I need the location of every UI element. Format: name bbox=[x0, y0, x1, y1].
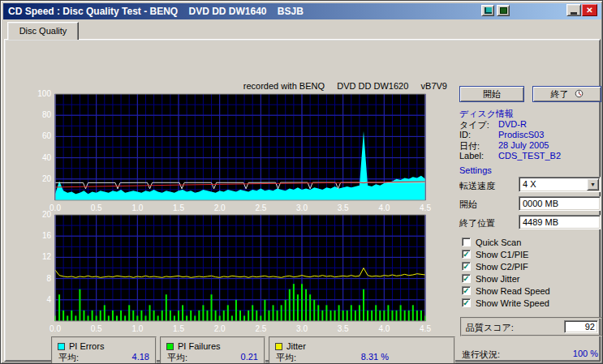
exit-button[interactable]: 終了 bbox=[532, 86, 601, 102]
pi-failures-stats-box: PI Failures 平均:0.21 最大:14 合計:2633 bbox=[160, 336, 265, 364]
close-icon: ✕ bbox=[586, 6, 592, 15]
pi-errors-color-swatch bbox=[58, 343, 65, 350]
svg-text:8: 8 bbox=[46, 274, 51, 283]
disc-type-value: DVD-R bbox=[498, 119, 527, 129]
svg-text:3.0: 3.0 bbox=[296, 203, 308, 212]
tab-label: Disc Quality bbox=[19, 26, 67, 36]
jitter-title: Jitter bbox=[286, 341, 306, 351]
end-position-label: 終了位置 bbox=[459, 217, 495, 229]
checkbox-show-write-speed[interactable]: ✓Show Write Speed bbox=[462, 298, 549, 308]
start-position-field[interactable]: 0000 MB bbox=[519, 196, 601, 211]
quality-score-box: 品質スコア: 92 bbox=[460, 317, 603, 336]
svg-text:0.5: 0.5 bbox=[91, 203, 102, 212]
titlebar[interactable]: CD Speed : Disc Quality Test - BENQ DVD … bbox=[3, 3, 601, 19]
transfer-rate-select[interactable]: 4 X ▼ bbox=[519, 177, 601, 192]
start-position-label: 開始 bbox=[459, 199, 477, 211]
svg-text:80: 80 bbox=[42, 110, 52, 119]
stat-row: 平均:4.18 bbox=[53, 351, 155, 364]
start-button-label: 開始 bbox=[483, 89, 501, 99]
window-title: CD Speed : Disc Quality Test - BENQ DVD … bbox=[3, 6, 304, 17]
progress-row: 進行状況: 100 % bbox=[462, 349, 601, 360]
stat-value: 4.18 bbox=[132, 352, 149, 362]
titlebar-disc-tool-button[interactable] bbox=[497, 5, 510, 16]
svg-text:4.0: 4.0 bbox=[378, 203, 390, 212]
svg-text:12: 12 bbox=[42, 252, 52, 261]
svg-text:1.5: 1.5 bbox=[173, 324, 184, 333]
disc-id-label: ID: bbox=[459, 130, 471, 139]
svg-text:4.5: 4.5 bbox=[420, 324, 431, 333]
checkbox-show-c2-pif[interactable]: ✓Show C2/PIF bbox=[462, 261, 528, 272]
pi-failures-header: PI Failures bbox=[162, 338, 264, 351]
disc-label-label: Label: bbox=[459, 151, 484, 161]
jitter-header: Jitter bbox=[270, 338, 454, 351]
svg-text:2.5: 2.5 bbox=[255, 324, 266, 333]
stat-label: 平均: bbox=[58, 353, 79, 362]
pi-failures-color-swatch bbox=[166, 343, 174, 350]
end-position-field[interactable]: 4489 MB bbox=[519, 215, 601, 229]
transfer-rate-label: 転送速度 bbox=[459, 180, 495, 192]
minimize-button[interactable] bbox=[566, 4, 581, 16]
svg-text:2.0: 2.0 bbox=[214, 324, 226, 333]
disc-date-value: 28 July 2005 bbox=[498, 140, 549, 150]
stat-value: 8.31 % bbox=[351, 352, 389, 362]
close-button[interactable]: ✕ bbox=[582, 4, 597, 16]
progress-label: 進行状況: bbox=[462, 349, 500, 359]
stat-label: 平均: bbox=[276, 353, 296, 362]
svg-text:4: 4 bbox=[46, 295, 51, 304]
recorded-with-label: recorded with BENQ DVD DD DW1620 vB7V9 bbox=[204, 81, 447, 91]
svg-text:3.0: 3.0 bbox=[296, 324, 308, 333]
checkbox-label: Show C1/PIE bbox=[476, 250, 528, 259]
svg-text:0.5: 0.5 bbox=[91, 324, 102, 333]
exit-clock-icon bbox=[575, 89, 584, 98]
disc-label-value: CDS_TEST_B2 bbox=[498, 151, 561, 161]
checkbox-box: ✓ bbox=[462, 250, 471, 259]
tab-disc-quality[interactable]: Disc Quality bbox=[7, 22, 79, 40]
jitter-color-swatch bbox=[275, 343, 282, 350]
svg-text:60: 60 bbox=[42, 131, 52, 140]
checkbox-quick-scan[interactable]: Quick Scan bbox=[462, 237, 521, 247]
pi-errors-header: PI Errors bbox=[53, 338, 155, 351]
settings-header: Settings bbox=[459, 165, 492, 175]
checkbox-label: Quick Scan bbox=[476, 238, 521, 247]
checkbox-box bbox=[462, 238, 471, 246]
stat-row: 平均:0.21 bbox=[162, 351, 264, 364]
svg-text:20: 20 bbox=[42, 174, 52, 183]
svg-text:40: 40 bbox=[42, 153, 52, 162]
svg-text:4.0: 4.0 bbox=[378, 324, 390, 333]
svg-text:4.5: 4.5 bbox=[420, 203, 431, 212]
stat-row: 平均:8.31 % bbox=[270, 351, 454, 364]
checkbox-show-read-speed[interactable]: ✓Show Read Speed bbox=[462, 285, 550, 296]
checkbox-label: Show Write Speed bbox=[476, 298, 549, 308]
checkbox-label: Show Read Speed bbox=[476, 286, 550, 296]
svg-text:100: 100 bbox=[37, 89, 51, 98]
svg-text:2.5: 2.5 bbox=[255, 203, 266, 212]
svg-text:2.0: 2.0 bbox=[214, 203, 226, 212]
dropdown-button[interactable]: ▼ bbox=[587, 178, 599, 191]
quality-score-label: 品質スコア: bbox=[466, 322, 514, 334]
start-button[interactable]: 開始 bbox=[459, 86, 524, 102]
transfer-rate-value: 4 X bbox=[523, 179, 536, 189]
mini-chart-icon bbox=[485, 7, 492, 14]
checkbox-box: ✓ bbox=[462, 262, 471, 271]
disc-info-header: ディスク情報 bbox=[459, 108, 514, 120]
checkbox-box: ✓ bbox=[462, 286, 471, 295]
pi-errors-stats-box: PI Errors 平均:4.18 最大:69 合計:42803 bbox=[51, 336, 157, 364]
checkbox-show-jitter[interactable]: ✓Show Jitter bbox=[462, 273, 519, 284]
svg-text:0.0: 0.0 bbox=[50, 203, 61, 212]
titlebar-chart-tool-button[interactable] bbox=[481, 5, 494, 16]
progress-value: 100 % bbox=[573, 349, 598, 358]
exit-button-label: 終了 bbox=[550, 89, 568, 99]
content-panel: recorded with BENQ DVD DD DW1620 vB7V9 2… bbox=[4, 39, 601, 362]
pi-errors-title: PI Errors bbox=[69, 341, 104, 351]
mini-disc-icon bbox=[500, 7, 507, 14]
disc-id-value: ProdiscS03 bbox=[498, 130, 544, 139]
checkbox-label: Show C2/PIF bbox=[476, 262, 528, 272]
pi-failures-title: PI Failures bbox=[178, 341, 221, 351]
svg-text:3.5: 3.5 bbox=[338, 203, 349, 212]
checkbox-label: Show Jitter bbox=[476, 274, 519, 284]
minimize-icon bbox=[571, 12, 577, 15]
jitter-stats-box: Jitter 平均:8.31 % 最大:11.0 % PO Failures:0 bbox=[269, 336, 455, 364]
pif-jitter-chart: 481216200.00.51.01.52.02.53.03.54.04.5 bbox=[17, 212, 433, 334]
checkbox-show-c1-pie[interactable]: ✓Show C1/PIE bbox=[462, 249, 528, 259]
svg-text:0.0: 0.0 bbox=[50, 324, 61, 333]
